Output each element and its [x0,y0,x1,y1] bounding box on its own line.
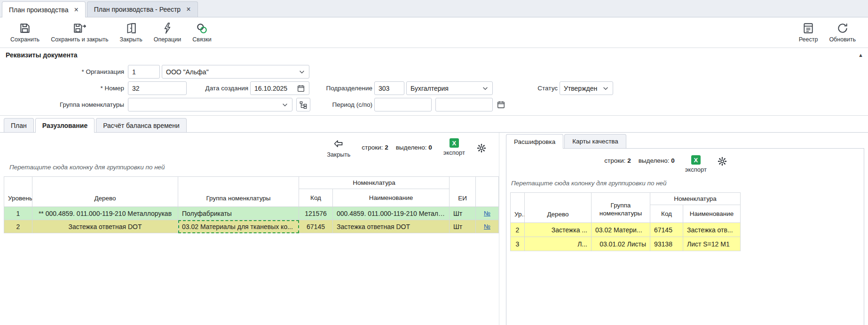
close-icon[interactable]: × [186,6,190,13]
cell-level[interactable]: 2 [511,223,525,237]
grid-close-label: Закрыть [327,151,350,158]
lightning-icon [161,22,174,34]
save-label: Сохранить [10,36,39,43]
cell-name[interactable]: Застежка отв... [683,223,741,237]
collapse-section-icon[interactable]: ▲ [858,52,863,58]
organization-select[interactable]: ООО "Альфа" [162,65,309,79]
cell-level[interactable]: 2 [4,220,32,233]
col-header-unit[interactable]: ЕИ [450,177,476,207]
col-header-level[interactable]: Ур... [511,193,525,223]
close-icon[interactable]: × [74,6,78,14]
col-header-code[interactable]: Код [650,205,683,223]
col-header-level[interactable]: Уровень [4,177,32,207]
cell-tree[interactable]: Застежка ответная DOT [32,220,178,233]
col-header-group[interactable]: Группа номенклатуры [592,193,650,223]
cell-group[interactable]: Полуфабрикаты [178,207,299,220]
main-grid-panel: Закрыть строки: 2 выделено: 0 X экспорт … [4,133,499,325]
export-button[interactable]: X экспорт [443,138,465,156]
cell-name[interactable]: 000.4859. 011.000-119-210 Металл... [333,207,450,220]
main-grid-toolbar: Закрыть строки: 2 выделено: 0 X экспорт [4,133,499,161]
chain-links-icon [196,22,208,34]
col-header-tree[interactable]: Дерево [32,177,178,207]
tree-icon [299,101,308,109]
col-header-extra[interactable] [476,177,499,207]
cell-group[interactable]: 03.01.02 Листы [592,237,650,251]
col-header-code[interactable]: Код [299,189,333,207]
department-select[interactable]: Бухгалтерия [406,81,493,95]
calendar-icon[interactable] [297,84,305,93]
grid-settings-gear-icon[interactable] [717,155,727,166]
period-to-field[interactable] [435,98,493,111]
cell-tree[interactable]: Застежка ... [525,223,592,237]
cell-tree[interactable]: Л... [525,237,592,251]
status-value: Утвержден [564,85,602,92]
cell-group[interactable]: 03.02 Матери... [592,223,650,237]
chevron-down-icon [299,69,305,75]
excel-export-icon: X [450,138,459,148]
created-date-field[interactable]: 16.10.2025 [250,81,309,95]
col-header-name[interactable]: Наименование [333,189,450,207]
col-header-nomenclature[interactable]: Номенклатура [650,193,741,205]
side-panel: Расшифровка Карты качества строки: 2 выд… [506,133,864,325]
organization-name-value: ООО "Альфа" [166,68,299,76]
registry-label: Реестр [799,36,818,43]
window-tab-plan-registry[interactable]: План производства - Реестр × [87,1,198,17]
cell-code[interactable]: 93138 [650,237,683,251]
links-button[interactable]: Связки [187,18,217,47]
table-row: 2 Застежка ... 03.02 Матери... 67145 Зас… [511,223,741,237]
save-and-close-label: Сохранить и закрыть [51,36,108,43]
grid-settings-gear-icon[interactable] [476,138,487,153]
col-header-name[interactable]: Наименование [683,205,741,223]
group-by-hint: Перетащите сюда колонку для группировки … [506,176,864,192]
refresh-icon [836,22,849,34]
department-code-field[interactable]: 303 [374,81,404,95]
export-label: экспорт [685,166,707,173]
refresh-button[interactable]: Обновить [823,18,861,47]
cell-code[interactable]: 121576 [299,207,333,220]
cell-level[interactable]: 1 [4,207,32,220]
selected-counter: выделено: 0 [396,144,432,151]
status-select[interactable]: Утвержден [560,81,613,95]
registry-button[interactable]: Реестр [793,18,824,47]
save-icon [19,22,31,34]
grid-close-button[interactable]: Закрыть [327,138,350,158]
period-from-field[interactable] [374,98,432,111]
col-header-group[interactable]: Группа номенклатуры [178,177,299,207]
cell-unit[interactable]: Шт [450,207,476,220]
col-header-nomenclature[interactable]: Номенклатура [299,177,450,189]
cell-code[interactable]: 67145 [650,223,683,237]
tab-plan[interactable]: План [4,118,34,132]
details-title: Реквизиты документа [6,51,78,59]
details-header: Реквизиты документа ▲ [0,48,868,62]
export-button[interactable]: X экспорт [685,155,707,173]
save-button[interactable]: Сохранить [5,18,45,47]
cell-link[interactable]: № [476,220,499,233]
cell-group-selected[interactable]: 03.02 Материалы для тканевых ко... [178,220,299,233]
period-calendar-icon[interactable] [497,98,505,111]
cell-link[interactable]: № [476,207,499,220]
number-field[interactable]: 32 [128,81,187,95]
cell-name[interactable]: Лист S=12 М1 [683,237,741,251]
grid-counters: строки: 2 выделено: 0 [362,138,432,151]
tab-quality-cards[interactable]: Карты качества [564,134,626,148]
cell-tree[interactable]: ** 000.4859. 011.000-119-210 Металлорука… [32,207,178,220]
grid-counters: строки: 2 выделено: 0 [604,155,675,164]
details-form: * Организация 1 ООО "Альфа" * Номер 32 Д… [0,62,868,115]
cell-unit[interactable]: Шт [450,220,476,233]
tab-razuzlovanie[interactable]: Разузлование [35,118,95,133]
cell-name[interactable]: Застежка ответная DOT [333,220,450,233]
close-button[interactable]: Закрыть [114,18,148,47]
tab-rasshifrovka[interactable]: Расшифровка [506,134,563,149]
tab-time-balance[interactable]: Расчёт баланса времени [96,118,187,132]
cell-level[interactable]: 3 [511,237,525,251]
operations-button[interactable]: Операции [148,18,187,47]
organization-code-field[interactable]: 1 [128,65,160,79]
col-header-tree[interactable]: Дерево [525,193,592,223]
window-tab-plan[interactable]: План производства × [2,1,86,17]
save-and-close-button[interactable]: Сохранить и закрыть [45,18,114,47]
close-label: Закрыть [120,36,142,43]
main-grid-table: Уровень Дерево Группа номенклатуры Номен… [4,176,499,233]
table-row: 1 ** 000.4859. 011.000-119-210 Металлору… [4,207,499,220]
nomenclature-group-select[interactable] [128,98,292,111]
cell-code[interactable]: 67145 [299,220,333,233]
